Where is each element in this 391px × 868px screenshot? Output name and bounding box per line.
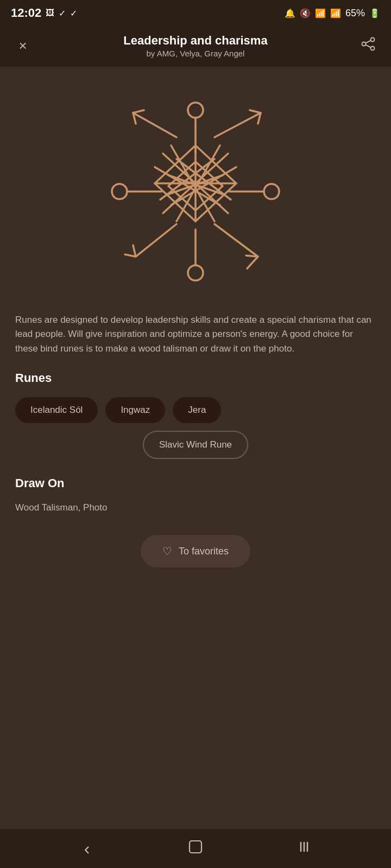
svg-line-4 bbox=[365, 45, 371, 48]
rune-symbol bbox=[92, 83, 299, 300]
draw-on-value: Wood Talisman, Photo bbox=[15, 502, 376, 513]
close-icon: × bbox=[18, 37, 27, 54]
mute-icon: 🔇 bbox=[300, 8, 311, 18]
battery-icon: 🔋 bbox=[369, 8, 380, 18]
header: × Leadership and charisma by AMG, Velya,… bbox=[0, 26, 391, 67]
svg-point-2 bbox=[371, 47, 375, 50]
svg-point-8 bbox=[188, 265, 203, 280]
svg-point-7 bbox=[264, 184, 279, 199]
back-button[interactable]: ‹ bbox=[71, 832, 103, 865]
svg-line-16 bbox=[136, 224, 176, 257]
rune-row-2: Slavic Wind Rune bbox=[15, 431, 376, 459]
page-subtitle: by AMG, Velya, Gray Angel bbox=[35, 49, 356, 58]
svg-line-14 bbox=[215, 224, 258, 257]
status-time: 12:02 bbox=[11, 6, 41, 20]
favorites-label: To favorites bbox=[179, 546, 229, 557]
recent-apps-button[interactable] bbox=[288, 832, 320, 865]
home-icon bbox=[187, 839, 204, 859]
status-bar-left: 12:02 🖼 ✓ ✓ bbox=[11, 6, 77, 20]
svg-line-3 bbox=[365, 41, 371, 43]
svg-point-0 bbox=[371, 38, 375, 42]
navigation-bar: ‹ bbox=[0, 829, 391, 868]
wifi-icon: 📶 bbox=[315, 8, 326, 18]
notification-icon: 🔔 bbox=[285, 8, 295, 18]
svg-point-5 bbox=[188, 103, 203, 118]
close-button[interactable]: × bbox=[11, 34, 35, 58]
description-text: Runes are designed to develop leadership… bbox=[15, 313, 376, 356]
status-bar: 12:02 🖼 ✓ ✓ 🔔 🔇 📶 📶 65% 🔋 bbox=[0, 0, 391, 26]
draw-on-section: Draw On Wood Talisman, Photo bbox=[15, 476, 376, 513]
symbol-area bbox=[15, 67, 376, 313]
runes-section: Runes Icelandic Sól Ingwaz Jera Slavic W… bbox=[15, 371, 376, 459]
draw-on-title: Draw On bbox=[15, 476, 376, 490]
heart-icon: ♡ bbox=[162, 545, 172, 558]
rune-tag-icelandic-sol[interactable]: Icelandic Sól bbox=[15, 397, 98, 423]
share-button[interactable] bbox=[356, 34, 380, 58]
rune-row-1: Icelandic Sól Ingwaz Jera bbox=[15, 397, 376, 423]
page-title: Leadership and charisma bbox=[35, 34, 356, 48]
signal-icon: 📶 bbox=[330, 8, 341, 18]
share-icon bbox=[361, 36, 376, 55]
photo-icon: 🖼 bbox=[46, 8, 54, 18]
runes-section-title: Runes bbox=[15, 371, 376, 385]
rune-tag-ingwaz[interactable]: Ingwaz bbox=[105, 397, 165, 423]
status-bar-right: 🔔 🔇 📶 📶 65% 🔋 bbox=[285, 8, 380, 19]
back-icon: ‹ bbox=[84, 839, 90, 859]
svg-point-1 bbox=[362, 42, 366, 46]
main-content: Runes are designed to develop leadership… bbox=[0, 67, 391, 829]
favorites-button[interactable]: ♡ To favorites bbox=[141, 535, 250, 567]
favorites-button-wrap: ♡ To favorites bbox=[15, 535, 376, 567]
rune-tag-slavic-wind[interactable]: Slavic Wind Rune bbox=[143, 431, 248, 459]
svg-line-15 bbox=[133, 113, 176, 137]
header-title-block: Leadership and charisma by AMG, Velya, G… bbox=[35, 34, 356, 58]
rune-tag-jera[interactable]: Jera bbox=[173, 397, 221, 423]
check-icon-2: ✓ bbox=[70, 8, 77, 18]
check-icon-1: ✓ bbox=[59, 8, 66, 18]
recent-apps-icon bbox=[296, 839, 312, 859]
svg-line-13 bbox=[215, 113, 261, 137]
battery-percentage: 65% bbox=[345, 8, 365, 19]
svg-rect-31 bbox=[190, 841, 201, 853]
svg-point-6 bbox=[112, 184, 127, 199]
home-button[interactable] bbox=[179, 832, 212, 865]
